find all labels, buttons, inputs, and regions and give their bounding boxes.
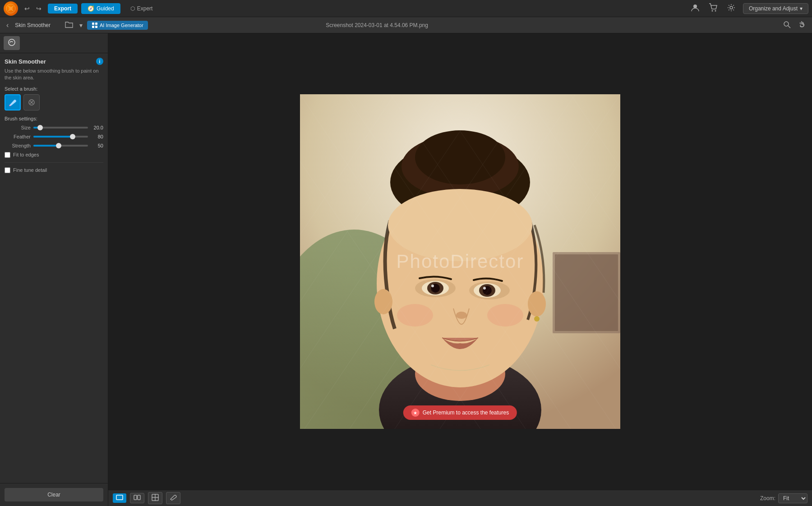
chevron-down-file-icon[interactable]: ▾ bbox=[78, 21, 84, 30]
undo-redo-group: ↩ ↪ bbox=[22, 3, 44, 14]
svg-point-2 bbox=[693, 5, 697, 8]
fit-to-edges-label: Fit to edges bbox=[13, 152, 39, 157]
svg-point-12 bbox=[9, 39, 15, 46]
svg-line-52 bbox=[304, 94, 530, 429]
svg-line-42 bbox=[300, 94, 526, 429]
organize-button[interactable]: Organize and Adjust ▾ bbox=[743, 3, 808, 14]
expert-icon: ⬡ bbox=[130, 5, 135, 12]
brush-edit-button[interactable] bbox=[166, 492, 180, 504]
undo-button[interactable]: ↩ bbox=[22, 3, 32, 14]
svg-rect-8 bbox=[92, 26, 94, 28]
strength-slider-row: Strength 50 bbox=[5, 143, 103, 148]
svg-line-48 bbox=[571, 94, 620, 429]
select-brush-label: Select a brush: bbox=[5, 86, 103, 92]
top-right-icons bbox=[688, 1, 738, 15]
svg-line-45 bbox=[435, 94, 620, 429]
settings-icon[interactable] bbox=[724, 1, 738, 15]
svg-point-5 bbox=[730, 6, 733, 9]
split-view-button[interactable] bbox=[130, 493, 144, 503]
divider bbox=[5, 162, 103, 163]
guided-tab[interactable]: 🧭 Guided bbox=[81, 3, 120, 14]
view-tools bbox=[780, 19, 808, 32]
size-label: Size bbox=[5, 125, 31, 130]
paint-brush-button[interactable] bbox=[5, 94, 21, 110]
svg-line-50 bbox=[395, 94, 620, 429]
size-slider-row: Size 20.0 bbox=[5, 125, 103, 130]
svg-line-46 bbox=[480, 94, 620, 429]
top-bar: ↩ ↪ Export 🧭 Guided ⬡ Expert Organize an… bbox=[0, 0, 812, 17]
guided-tab-label: Guided bbox=[97, 5, 114, 12]
ai-image-generator-button[interactable]: AI Image Generator bbox=[87, 21, 148, 30]
panel-description: Use the below smoothing brush to paint o… bbox=[5, 68, 103, 82]
svg-rect-9 bbox=[95, 26, 97, 28]
svg-rect-56 bbox=[116, 495, 123, 500]
back-button[interactable]: ‹ bbox=[4, 20, 11, 30]
svg-line-51 bbox=[350, 94, 575, 429]
account-icon[interactable] bbox=[688, 1, 702, 15]
strength-label: Strength bbox=[5, 143, 31, 148]
feather-value: 80 bbox=[91, 134, 103, 139]
app-logo bbox=[4, 1, 18, 16]
second-bar: ‹ Skin Smoother ▾ AI Image Generator Scr… bbox=[0, 17, 812, 33]
top-bar-right: Organize and Adjust ▾ bbox=[688, 1, 808, 15]
hand-tool-button[interactable] bbox=[796, 19, 808, 32]
panel-tab-row bbox=[0, 33, 108, 53]
file-tools: ▾ AI Image Generator bbox=[63, 19, 148, 31]
feather-label: Feather bbox=[5, 134, 31, 139]
erase-brush-button[interactable] bbox=[23, 94, 40, 110]
panel-bottom: Clear bbox=[0, 483, 108, 506]
svg-point-1 bbox=[9, 7, 13, 10]
svg-point-10 bbox=[784, 22, 789, 26]
feather-slider[interactable] bbox=[33, 136, 88, 138]
ai-badge-label: AI Image Generator bbox=[100, 23, 143, 28]
svg-point-3 bbox=[711, 10, 713, 12]
crosshatch-overlay bbox=[300, 94, 620, 429]
organize-label: Organize and Adjust bbox=[749, 5, 798, 12]
svg-line-53 bbox=[300, 94, 485, 429]
clear-button[interactable]: Clear bbox=[5, 488, 103, 501]
fit-to-edges-row: Fit to edges bbox=[5, 152, 103, 158]
svg-line-55 bbox=[300, 94, 395, 429]
brush-settings-label: Brush settings: bbox=[5, 116, 103, 121]
canvas-main: PhotoDirector ★ Get Premium to access th… bbox=[108, 33, 812, 490]
main-layout: Skin Smoother i Use the below smoothing … bbox=[0, 33, 812, 506]
redo-button[interactable]: ↪ bbox=[33, 3, 44, 14]
export-button[interactable]: Export bbox=[48, 4, 78, 14]
svg-rect-7 bbox=[95, 23, 97, 25]
expert-tab[interactable]: ⬡ Expert bbox=[124, 3, 159, 14]
svg-line-47 bbox=[526, 94, 620, 429]
svg-rect-58 bbox=[138, 495, 140, 500]
chevron-down-icon: ▾ bbox=[800, 5, 803, 12]
folder-button[interactable] bbox=[63, 19, 75, 31]
svg-rect-6 bbox=[92, 23, 94, 25]
strength-slider[interactable] bbox=[33, 145, 88, 147]
size-value: 20.0 bbox=[91, 125, 103, 130]
feather-slider-row: Feather 80 bbox=[5, 134, 103, 139]
size-slider[interactable] bbox=[33, 127, 88, 129]
panel-section-title: Skin Smoother i bbox=[5, 58, 103, 65]
info-icon[interactable]: i bbox=[96, 58, 103, 65]
cart-icon[interactable] bbox=[706, 1, 720, 15]
fit-to-edges-checkbox[interactable] bbox=[5, 152, 10, 158]
svg-line-54 bbox=[300, 94, 440, 429]
filename-label: Screenshot 2024-03-01 at 4.54.06 PM.png bbox=[326, 22, 428, 28]
zoom-dropdown[interactable]: Fit 25% 50% 75% 100% 150% 200% bbox=[778, 493, 807, 503]
compass-icon: 🧭 bbox=[88, 5, 94, 12]
grid-view-button[interactable] bbox=[148, 492, 162, 504]
svg-rect-57 bbox=[134, 495, 137, 500]
photo-container: PhotoDirector ★ Get Premium to access th… bbox=[300, 94, 620, 429]
zoom-label: Zoom: bbox=[760, 495, 775, 501]
svg-line-11 bbox=[788, 26, 790, 28]
single-view-button[interactable] bbox=[113, 493, 126, 503]
search-zoom-button[interactable] bbox=[780, 19, 793, 32]
svg-point-4 bbox=[715, 10, 716, 12]
skin-smoother-tab[interactable] bbox=[4, 36, 20, 50]
strength-value: 50 bbox=[91, 143, 103, 148]
bottom-bar: Zoom: Fit 25% 50% 75% 100% 150% 200% bbox=[108, 490, 812, 506]
section-title-text: Skin Smoother bbox=[5, 58, 46, 65]
panel-content: Skin Smoother i Use the below smoothing … bbox=[0, 53, 108, 483]
breadcrumb: Skin Smoother bbox=[15, 22, 51, 28]
svg-line-43 bbox=[345, 94, 571, 429]
canvas-area: PhotoDirector ★ Get Premium to access th… bbox=[108, 33, 812, 506]
fine-tune-checkbox[interactable] bbox=[5, 167, 10, 173]
